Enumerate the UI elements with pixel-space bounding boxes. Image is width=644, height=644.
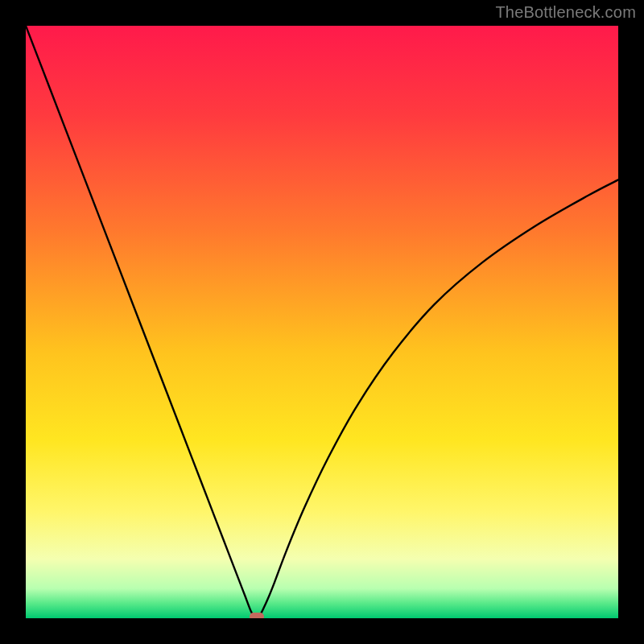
- chart-frame: TheBottleneck.com: [0, 0, 644, 644]
- plot-area: [26, 26, 618, 618]
- watermark-text: TheBottleneck.com: [495, 3, 636, 22]
- optimal-marker: [250, 613, 264, 618]
- bottleneck-curve: [26, 26, 618, 618]
